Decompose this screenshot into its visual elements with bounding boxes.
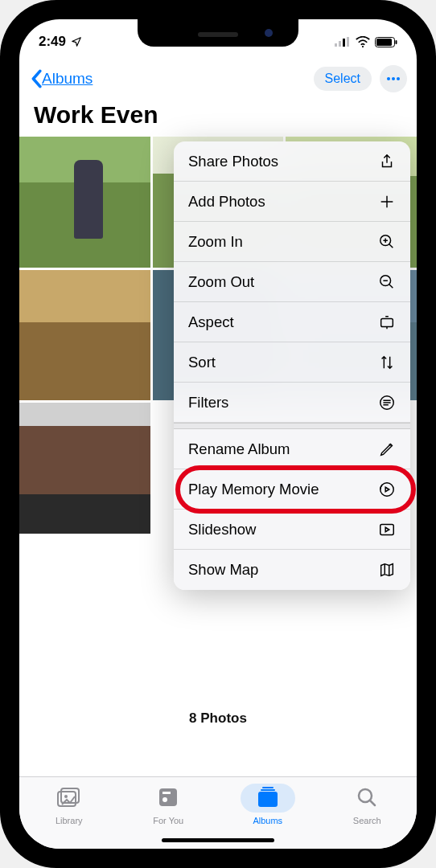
menu-sort[interactable]: Sort — [174, 342, 410, 383]
location-icon — [71, 36, 82, 47]
menu-add-photos[interactable]: Add Photos — [174, 182, 410, 222]
nav-bar: Albums Select — [19, 59, 417, 98]
search-icon — [340, 784, 393, 813]
volume-up-button[interactable] — [0, 193, 2, 241]
pencil-icon — [378, 440, 396, 458]
share-icon — [378, 153, 396, 170]
svg-rect-10 — [381, 318, 393, 326]
context-menu: Share Photos Add Photos Zoom In Zoom Out… — [174, 141, 410, 590]
svg-rect-22 — [258, 792, 278, 807]
photo-thumbnail[interactable] — [19, 403, 150, 534]
photo-thumbnail[interactable] — [19, 137, 150, 268]
photo-count: 8 Photos — [19, 710, 417, 727]
svg-rect-1 — [339, 41, 341, 47]
phone-frame: 2:49 Albums Select Work Even — [0, 0, 436, 868]
svg-rect-3 — [347, 37, 349, 47]
notch — [138, 19, 298, 47]
svg-point-4 — [362, 46, 364, 47]
aspect-icon — [378, 313, 396, 331]
menu-slideshow[interactable]: Slideshow — [174, 510, 410, 550]
svg-rect-20 — [262, 787, 274, 788]
svg-rect-2 — [343, 39, 345, 47]
library-icon — [41, 784, 97, 813]
album-title: Work Even — [19, 98, 417, 137]
menu-share-photos[interactable]: Share Photos — [174, 141, 410, 182]
back-button[interactable]: Albums — [29, 69, 93, 88]
menu-aspect[interactable]: Aspect — [174, 302, 410, 342]
ellipsis-icon — [386, 77, 401, 80]
for-you-icon — [142, 784, 195, 813]
svg-rect-17 — [159, 788, 177, 806]
svg-rect-18 — [162, 792, 171, 794]
menu-zoom-in[interactable]: Zoom In — [174, 222, 410, 262]
svg-rect-21 — [261, 789, 275, 791]
home-indicator[interactable] — [162, 838, 274, 842]
menu-divider — [174, 423, 410, 429]
cellular-icon — [335, 37, 351, 47]
svg-rect-6 — [376, 39, 392, 46]
photo-thumbnail[interactable] — [19, 270, 150, 401]
menu-show-map[interactable]: Show Map — [174, 550, 410, 590]
status-time: 2:49 — [39, 34, 66, 50]
silence-switch[interactable] — [0, 145, 2, 170]
battery-icon — [375, 37, 397, 47]
more-button[interactable] — [380, 65, 407, 92]
menu-rename-album[interactable]: Rename Album — [174, 429, 410, 469]
svg-point-16 — [64, 795, 68, 798]
screen: 2:49 Albums Select Work Even — [19, 19, 417, 849]
back-label: Albums — [42, 70, 93, 88]
menu-play-memory-movie[interactable]: Play Memory Movie — [174, 469, 410, 510]
zoom-out-icon — [378, 273, 396, 291]
wifi-icon — [356, 36, 370, 47]
volume-down-button[interactable] — [0, 249, 2, 297]
map-icon — [378, 561, 396, 579]
svg-rect-7 — [396, 40, 397, 44]
tab-library[interactable]: Library — [33, 784, 105, 849]
sort-icon — [378, 354, 396, 371]
tab-search[interactable]: Search — [331, 784, 403, 849]
select-button[interactable]: Select — [314, 67, 372, 91]
slideshow-icon — [378, 521, 396, 538]
svg-rect-13 — [380, 524, 394, 534]
svg-point-19 — [162, 797, 167, 802]
albums-icon — [241, 784, 295, 813]
memory-play-icon — [378, 481, 396, 498]
menu-zoom-out[interactable]: Zoom Out — [174, 262, 410, 302]
filters-icon — [378, 394, 396, 411]
svg-rect-0 — [335, 43, 337, 47]
plus-icon — [378, 193, 396, 211]
menu-filters[interactable]: Filters — [174, 383, 410, 423]
zoom-in-icon — [378, 233, 396, 251]
